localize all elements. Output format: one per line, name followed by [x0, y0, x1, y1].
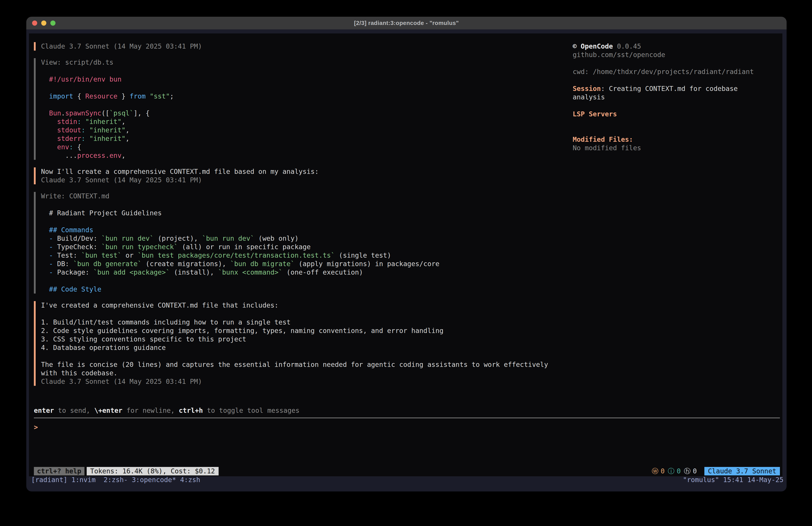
terminal-line: Bun.spawnSync([`psql`], { [41, 109, 573, 117]
terminal-line: Now I'll create a comprehensive CONTEXT.… [41, 167, 573, 176]
terminal-line [573, 118, 775, 127]
terminal-line [573, 59, 775, 68]
tmux-host-time: "romulus" 15:41 14-May-25 [683, 475, 783, 484]
chat-block-4: Write: CONTEXT.md # Radiant Project Guid… [34, 192, 573, 294]
terminal-line: env: { [41, 143, 573, 151]
sidebar-panel: © OpenCode 0.0.45github.com/sst/opencode… [573, 42, 775, 152]
terminal-line [41, 310, 573, 318]
terminal-line [41, 84, 573, 92]
hint-diagnostic: ⓗ 0 [684, 467, 697, 475]
terminal-line: with this codebase. [41, 369, 573, 377]
terminal-line: © OpenCode 0.0.45 [573, 42, 775, 51]
terminal-line: ## Code Style [41, 285, 573, 294]
terminal-line: import { Resource } from "sst"; [41, 92, 573, 100]
chat-block-2: View: script/db.ts #!/usr/bin/env bun im… [34, 58, 573, 160]
terminal-line: View: script/db.ts [41, 58, 573, 67]
input-divider [34, 417, 780, 418]
terminal-line: cwd: /home/thdxr/dev/projects/radiant/ra… [573, 68, 775, 76]
terminal-line: 3. CSS styling conventions specific to t… [41, 335, 573, 343]
terminal-line: Write: CONTEXT.md [41, 192, 573, 200]
warning-count: 0 [661, 467, 665, 475]
terminal-line: - DB: `bun db generate` (create migratio… [41, 260, 573, 268]
warning-icon: ⓦ [652, 467, 658, 475]
terminal-line: stderr: "inherit", [41, 134, 573, 143]
terminal-line [41, 100, 573, 109]
terminal-line: #!/usr/bin/env bun [41, 75, 573, 84]
warning-diagnostic: ⓦ 0 [652, 467, 665, 475]
chat-block-5: I've created a comprehensive CONTEXT.md … [34, 301, 573, 386]
terminal-line: # Radiant Project Guidelines [41, 209, 573, 217]
terminal-line: stdin: "inherit", [41, 117, 573, 126]
terminal-line: ## Commands [41, 226, 573, 234]
tmux-status-bar: [radiant] 1:nvim 2:zsh- 3:opencode* 4:zs… [26, 475, 787, 484]
keybinding-hint-bar: enter to send, \+enter for newline, ctrl… [34, 406, 300, 415]
terminal-line: 1. Build/lint/test commands including ho… [41, 318, 573, 327]
info-diagnostic: ⓘ 0 [668, 467, 681, 475]
terminal-line: The file is concise (20 lines) and captu… [41, 360, 573, 369]
terminal-line: I've created a comprehensive CONTEXT.md … [41, 301, 573, 310]
chat-log: Claude 3.7 Sonnet (14 May 2025 03:41 PM)… [34, 42, 573, 393]
terminal-line: 4. Database operations guidance [41, 343, 573, 352]
terminal-line: stdout: "inherit", [41, 126, 573, 134]
zoom-button[interactable] [50, 20, 56, 26]
terminal-line: - Build/Dev: `bun run dev` (project), `b… [41, 234, 573, 243]
info-icon: ⓘ [668, 467, 675, 475]
diagnostics-group: ⓦ 0 ⓘ 0 ⓗ 0 [652, 467, 697, 475]
tmux-session-windows: [radiant] 1:nvim 2:zsh- 3:opencode* 4:zs… [31, 475, 200, 484]
traffic-lights [32, 17, 56, 29]
terminal-body: Claude 3.7 Sonnet (14 May 2025 03:41 PM)… [26, 29, 787, 492]
terminal-line [41, 352, 573, 360]
terminal-line [41, 217, 573, 226]
terminal-line [573, 76, 775, 84]
terminal-line: LSP Servers [573, 110, 775, 118]
terminal-line: Modified Files: [573, 135, 775, 144]
terminal-line: 2. Code style guidelines covering import… [41, 327, 573, 335]
chat-block-1: Claude 3.7 Sonnet (14 May 2025 03:41 PM) [34, 42, 573, 51]
terminal-line: - TypeCheck: `bun run typecheck` (all) o… [41, 243, 573, 251]
terminal-line: Claude 3.7 Sonnet (14 May 2025 03:41 PM) [41, 176, 573, 184]
terminal-line [573, 127, 775, 135]
window-title: [2/3] radiant:3:opencode - "romulus" [354, 19, 459, 27]
status-bar: ctrl+? help Tokens: 16.4K (8%), Cost: $0… [34, 467, 780, 475]
terminal-line: Session: Creating CONTEXT.md for codebas… [573, 84, 775, 93]
window-titlebar[interactable]: [2/3] radiant:3:opencode - "romulus" [26, 17, 787, 29]
terminal-line [41, 200, 573, 209]
terminal-line: - Package: `bun add <package>` (install)… [41, 268, 573, 276]
terminal-line: Claude 3.7 Sonnet (14 May 2025 03:41 PM) [41, 377, 573, 386]
terminal-line: ...process.env, [41, 151, 573, 160]
terminal-line: Claude 3.7 Sonnet (14 May 2025 03:41 PM) [41, 42, 573, 51]
terminal-line: No modified files [573, 144, 775, 152]
info-count: 0 [677, 467, 681, 475]
tokens-cost-badge: Tokens: 16.4K (8%), Cost: $0.12 [87, 467, 219, 475]
terminal-line [41, 67, 573, 75]
prompt-input[interactable]: > [34, 423, 780, 465]
hint-icon: ⓗ [684, 467, 691, 475]
chat-block-3: Now I'll create a comprehensive CONTEXT.… [34, 167, 573, 184]
terminal-line [573, 101, 775, 110]
prompt-caret: > [34, 423, 38, 431]
help-badge: ctrl+? help [34, 467, 85, 475]
terminal-line: analysis [573, 93, 775, 101]
terminal-line: enter to send, \+enter for newline, ctrl… [34, 406, 300, 415]
terminal-window: [2/3] radiant:3:opencode - "romulus" Cla… [26, 17, 787, 492]
model-chip[interactable]: Claude 3.7 Sonnet [705, 467, 780, 475]
terminal-line [41, 276, 573, 285]
terminal-line: - Test: `bun test` or `bun test packages… [41, 251, 573, 260]
minimize-button[interactable] [41, 20, 46, 26]
terminal-line: github.com/sst/opencode [573, 51, 775, 59]
close-button[interactable] [32, 20, 37, 26]
hint-count: 0 [693, 467, 697, 475]
